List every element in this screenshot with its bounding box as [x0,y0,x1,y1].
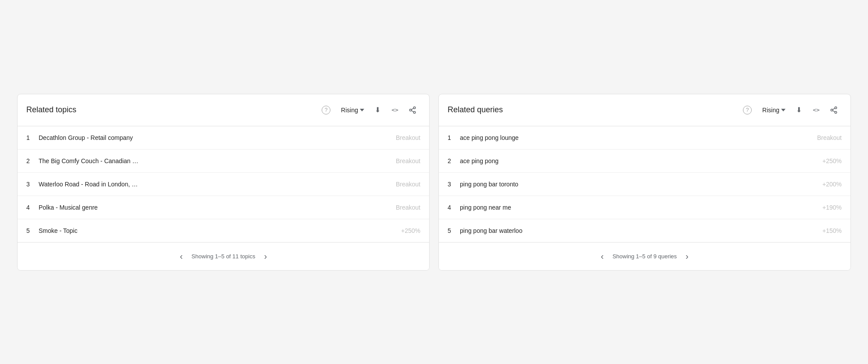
right-row-2-num: 2 [448,157,460,164]
right-row-3[interactable]: 3 ping pong bar toronto +200% [439,173,850,196]
svg-line-8 [832,111,835,112]
left-row-5[interactable]: 5 Smoke - Topic +250% [18,219,429,242]
svg-line-3 [411,111,413,112]
left-panel-title: Related topics [26,105,318,114]
left-row-3-num: 3 [26,181,39,188]
left-row-4-label: Polka - Musical genre [39,204,396,211]
right-row-4-num: 4 [448,204,460,211]
left-filter-button[interactable]: Rising [337,105,368,115]
left-row-2-value: Breakout [396,157,420,164]
left-row-2-num: 2 [26,157,39,164]
left-row-3[interactable]: 3 Waterloo Road - Road in London, … Brea… [18,173,429,196]
left-embed-button[interactable]: <> [387,102,403,118]
left-embed-icon: <> [391,107,398,113]
svg-line-9 [832,108,835,109]
right-filter-button[interactable]: Rising [759,105,789,115]
right-row-3-value: +200% [822,181,842,188]
right-prev-button[interactable]: ‹ [599,250,606,263]
left-row-1-value: Breakout [396,134,420,141]
right-row-2[interactable]: 2 ace ping pong +250% [439,150,850,173]
right-row-4-value: +190% [822,204,842,211]
left-prev-button[interactable]: ‹ [178,250,185,263]
left-help-icon[interactable]: ? [322,106,330,114]
related-topics-panel: Related topics ? Rising ⬇ <> [17,94,430,271]
left-panel-footer: ‹ Showing 1–5 of 11 topics › [18,242,429,270]
left-share-button[interactable] [405,102,420,118]
left-download-icon: ⬇ [375,106,380,114]
right-dropdown-arrow-icon [781,109,786,111]
page-wrapper: Related topics ? Rising ⬇ <> [17,94,851,271]
right-next-button[interactable]: › [684,250,690,263]
right-row-5-value: +150% [822,227,842,234]
left-row-1-num: 1 [26,134,39,141]
left-prev-icon: ‹ [180,251,183,261]
right-row-4-label: ping pong near me [460,204,822,211]
right-row-1[interactable]: 1 ace ping pong lounge Breakout [439,126,850,150]
left-row-3-label: Waterloo Road - Road in London, … [39,181,396,188]
right-footer-text: Showing 1–5 of 9 queries [613,253,677,260]
right-download-icon: ⬇ [796,106,802,114]
right-prev-icon: ‹ [601,251,604,261]
right-embed-icon: <> [813,107,820,113]
left-download-button[interactable]: ⬇ [369,102,385,118]
right-row-5-num: 5 [448,227,460,234]
right-next-icon: › [685,251,689,261]
left-table-body: 1 Decathlon Group - Retail company Break… [18,126,429,242]
right-row-3-label: ping pong bar toronto [460,181,822,188]
right-panel-title: Related queries [448,105,739,114]
left-row-2[interactable]: 2 The Big Comfy Couch - Canadian … Break… [18,150,429,173]
right-share-button[interactable] [826,102,842,118]
left-row-4-value: Breakout [396,204,420,211]
left-next-icon: › [264,251,267,261]
left-row-2-label: The Big Comfy Couch - Canadian … [39,157,396,164]
left-dropdown-arrow-icon [360,109,364,111]
right-row-4[interactable]: 4 ping pong near me +190% [439,196,850,219]
right-row-2-value: +250% [822,157,842,164]
left-row-5-num: 5 [26,227,39,234]
left-row-4-num: 4 [26,204,39,211]
right-filter-label: Rising [762,107,779,114]
left-panel-header: Related topics ? Rising ⬇ <> [18,94,429,126]
left-row-3-value: Breakout [396,181,420,188]
right-row-2-label: ace ping pong [460,157,822,164]
left-row-1[interactable]: 1 Decathlon Group - Retail company Break… [18,126,429,150]
right-download-button[interactable]: ⬇ [791,102,807,118]
right-row-1-num: 1 [448,134,460,141]
right-row-3-num: 3 [448,181,460,188]
left-header-controls: Rising ⬇ <> [337,102,420,118]
right-row-1-value: Breakout [817,134,842,141]
left-next-button[interactable]: › [262,250,269,263]
right-row-5-label: ping pong bar waterloo [460,227,822,234]
left-row-1-label: Decathlon Group - Retail company [39,134,396,141]
related-queries-panel: Related queries ? Rising ⬇ <> [438,94,851,271]
left-footer-text: Showing 1–5 of 11 topics [191,253,255,260]
right-share-icon [830,106,838,114]
left-share-icon [409,106,416,114]
left-filter-label: Rising [341,107,358,114]
right-row-5[interactable]: 5 ping pong bar waterloo +150% [439,219,850,242]
right-table-body: 1 ace ping pong lounge Breakout 2 ace pi… [439,126,850,242]
right-embed-button[interactable]: <> [808,102,824,118]
right-panel-footer: ‹ Showing 1–5 of 9 queries › [439,242,850,270]
right-row-1-label: ace ping pong lounge [460,134,817,141]
svg-line-4 [411,108,413,109]
left-row-5-label: Smoke - Topic [39,227,401,234]
right-header-controls: Rising ⬇ <> [759,102,842,118]
right-help-icon[interactable]: ? [743,106,752,114]
left-row-5-value: +250% [401,227,420,234]
right-panel-header: Related queries ? Rising ⬇ <> [439,94,850,126]
left-row-4[interactable]: 4 Polka - Musical genre Breakout [18,196,429,219]
